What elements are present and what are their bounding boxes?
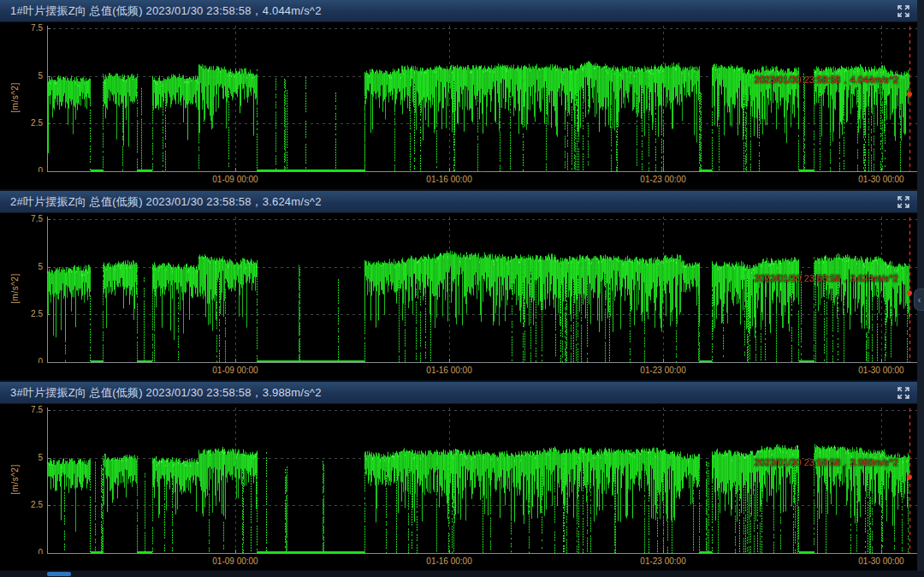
plot-area[interactable]: [m/s^2] 7.5 5 2.5 0 2023/01/30 23:58:58，… — [0, 22, 924, 172]
chart-title: 2#叶片摆振Z向 总值(低频) 2023/01/30 23:58:58，3.62… — [10, 194, 322, 210]
chart-panels-stack: 1#叶片摆振Z向 总值(低频) 2023/01/30 23:58:58，4.04… — [0, 0, 924, 570]
chart-header: 1#叶片摆振Z向 总值(低频) 2023/01/30 23:58:58，4.04… — [0, 0, 924, 22]
expand-icon[interactable] — [895, 3, 912, 20]
chart-header: 3#叶片摆振Z向 总值(低频) 2023/01/30 23:58:58，3.98… — [0, 382, 924, 404]
plot-area[interactable]: [m/s^2] 7.5 5 2.5 0 2023/01/30 23:58:58，… — [0, 404, 924, 554]
plot-area[interactable]: [m/s^2] 7.5 5 2.5 0 2023/01/30 23:58:58，… — [0, 213, 924, 363]
x-tick-label: 01-16 00:00 — [426, 366, 471, 375]
chart-title: 1#叶片摆振Z向 总值(低频) 2023/01/30 23:58:58，4.04… — [10, 3, 322, 19]
cursor-annotation: 2023/01/30 23:58:58，3.624m/s^2 — [755, 272, 898, 285]
x-tick-label: 01-23 00:00 — [640, 175, 685, 184]
horizontal-scrollbar-thumb[interactable] — [47, 572, 71, 576]
y-axis-label: [m/s^2] — [10, 273, 20, 303]
y-tick-label: 7.5 — [3, 405, 43, 415]
expand-arrows-icon — [897, 386, 910, 400]
y-axis-label: [m/s^2] — [10, 82, 20, 112]
chart-panel-2: 2#叶片摆振Z向 总值(低频) 2023/01/30 23:58:58，3.62… — [0, 191, 924, 380]
cursor-annotation: 2023/01/30 23:58:58，4.044m/s^2 — [755, 74, 898, 86]
cursor-annotation: 2023/01/30 23:58:58，3.988m/s^2 — [755, 456, 898, 469]
chart-canvas — [47, 404, 917, 554]
chart-title: 3#叶片摆振Z向 总值(低频) 2023/01/30 23:58:58，3.98… — [10, 385, 322, 401]
chart-canvas — [47, 213, 917, 363]
x-tick-label: 01-23 00:00 — [640, 556, 685, 566]
x-axis: 01-09 00:00 01-16 00:00 01-23 00:00 01-3… — [0, 363, 924, 379]
x-tick-label: 01-23 00:00 — [640, 366, 685, 375]
chevron-left-icon: ‹ — [918, 294, 921, 305]
y-tick-label: 5 — [3, 71, 43, 81]
chart-panel-3: 3#叶片摆振Z向 总值(低频) 2023/01/30 23:58:58，3.98… — [0, 382, 924, 570]
y-tick-label: 7.5 — [3, 214, 43, 224]
expand-arrows-icon — [897, 195, 910, 209]
horizontal-scrollbar-track[interactable] — [0, 571, 924, 577]
x-tick-label: 01-09 00:00 — [212, 556, 258, 566]
chart-panel-1: 1#叶片摆振Z向 总值(低频) 2023/01/30 23:58:58，4.04… — [0, 0, 924, 189]
x-tick-label: 01-30 00:00 — [858, 366, 903, 375]
y-tick-label: 5 — [3, 262, 43, 272]
expand-arrows-icon — [897, 4, 910, 18]
y-tick-label: 2.5 — [3, 500, 43, 510]
chart-canvas — [47, 22, 917, 172]
x-axis: 01-09 00:00 01-16 00:00 01-23 00:00 01-3… — [0, 554, 924, 570]
chart-header: 2#叶片摆振Z向 总值(低频) 2023/01/30 23:58:58，3.62… — [0, 191, 924, 213]
y-tick-label: 2.5 — [3, 118, 43, 128]
expand-icon[interactable] — [895, 384, 912, 402]
panel-collapse-toggle[interactable]: ‹ — [914, 288, 924, 311]
x-axis: 01-09 00:00 01-16 00:00 01-23 00:00 01-3… — [0, 172, 924, 188]
x-tick-label: 01-30 00:00 — [858, 175, 903, 184]
x-tick-label: 01-16 00:00 — [426, 175, 471, 184]
x-tick-label: 01-16 00:00 — [426, 556, 471, 566]
x-tick-label: 01-09 00:00 — [212, 366, 258, 375]
y-tick-label: 7.5 — [3, 23, 43, 33]
expand-icon[interactable] — [895, 193, 912, 211]
x-tick-label: 01-30 00:00 — [858, 556, 903, 566]
y-tick-label: 2.5 — [3, 309, 43, 319]
x-tick-label: 01-09 00:00 — [212, 175, 258, 184]
y-tick-label: 5 — [3, 453, 43, 463]
y-axis-label: [m/s^2] — [10, 464, 20, 494]
